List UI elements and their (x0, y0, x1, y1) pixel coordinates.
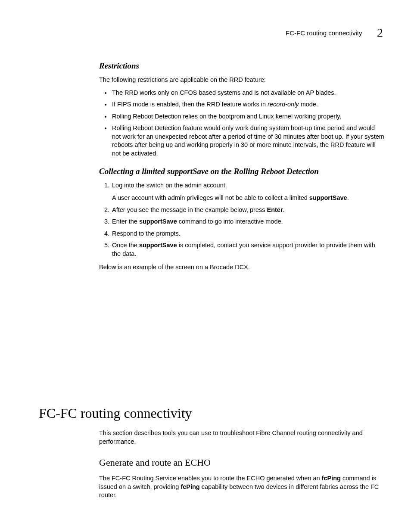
restrictions-intro: The following restrictions are applicabl… (99, 76, 385, 84)
collecting-outro: Below is an example of the screen on a B… (99, 263, 385, 272)
fcfc-heading: FC-FC routing connectivity (39, 405, 385, 421)
list-item: Once the supportSave is completed, conta… (111, 241, 385, 258)
collecting-heading: Collecting a limited supportSave on the … (99, 167, 385, 176)
list-item: The RRD works only on CFOS based systems… (111, 89, 385, 97)
list-item: Log into the switch on the admin account… (111, 181, 385, 202)
running-header: FC-FC routing connectivity 2 (39, 26, 385, 40)
list-item: Respond to the prompts. (111, 230, 385, 238)
restrictions-heading: Restrictions (99, 61, 385, 71)
list-item: After you see the message in the example… (111, 206, 385, 215)
fcfc-sub-heading: Generate and route an ECHO (99, 457, 385, 468)
collecting-steps: Log into the switch on the admin account… (99, 181, 385, 258)
fcfc-paragraph: The FC-FC Routing Service enables you to… (99, 474, 385, 500)
restrictions-list: The RRD works only on CFOS based systems… (99, 89, 385, 158)
list-item: Enter the supportSave command to go into… (111, 218, 385, 226)
list-item: Rolling Reboot Detection relies on the b… (111, 112, 385, 121)
fcfc-intro: This section describes tools you can use… (99, 429, 385, 446)
running-title: FC-FC routing connectivity (286, 29, 362, 37)
list-item: Rolling Reboot Detection feature would o… (111, 124, 385, 158)
chapter-number: 2 (377, 26, 383, 39)
list-item: If FIPS mode is enabled, then the RRD fe… (111, 100, 385, 109)
